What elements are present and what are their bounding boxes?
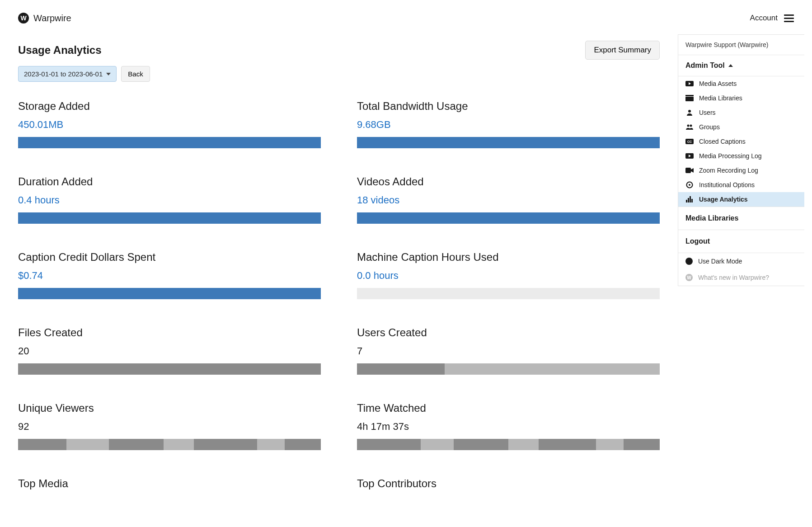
brand-name: Warpwire xyxy=(33,13,71,24)
metric-card: Time Watched4h 17m 37s xyxy=(357,402,660,450)
page-title: Usage Analytics xyxy=(18,44,102,56)
svg-rect-9 xyxy=(685,168,691,173)
metric-title: Videos Added xyxy=(357,175,660,188)
metric-card: Storage Added450.01MB xyxy=(18,100,321,148)
metric-value: 92 xyxy=(18,421,321,433)
people-icon xyxy=(685,124,694,130)
person-icon xyxy=(685,109,694,116)
sidebar-item-label: Usage Analytics xyxy=(699,196,748,203)
metric-value: 4h 17m 37s xyxy=(357,421,660,433)
svg-point-4 xyxy=(687,125,690,127)
metric-title: Caption Credit Dollars Spent xyxy=(18,251,321,264)
metric-bar xyxy=(18,288,321,299)
metric-bar xyxy=(357,288,660,299)
sidebar-item-media-libraries[interactable]: Media Libraries xyxy=(678,91,804,105)
section-heading: Top Contributors xyxy=(357,477,660,490)
main-content: Usage Analytics Export Summary 2023-01-0… xyxy=(0,32,678,517)
svg-rect-1 xyxy=(685,95,694,96)
metric-card: Unique Viewers92 xyxy=(18,402,321,450)
back-button[interactable]: Back xyxy=(121,66,150,82)
account-link[interactable]: Account xyxy=(750,14,778,23)
metric-title: Unique Viewers xyxy=(18,402,321,414)
metric-title: Files Created xyxy=(18,326,321,339)
metric-title: Time Watched xyxy=(357,402,660,414)
metric-card: Total Bandwidth Usage9.68GB xyxy=(357,100,660,148)
chevron-down-icon xyxy=(106,73,111,75)
sidebar-item-institutional-options[interactable]: Institutional Options xyxy=(678,178,804,192)
sidebar-user-line: Warpwire Support (Warpwire) xyxy=(678,35,804,55)
metric-value[interactable]: 0.0 hours xyxy=(357,270,399,282)
dark-mode-icon xyxy=(685,258,693,265)
metric-bar xyxy=(357,212,660,224)
metric-value[interactable]: $0.74 xyxy=(18,270,43,282)
sidebar-item-usage-analytics[interactable]: Usage Analytics xyxy=(678,192,804,207)
svg-rect-14 xyxy=(690,196,691,202)
sidebar-admin-tool-toggle[interactable]: Admin Tool xyxy=(678,55,804,76)
sidebar-item-closed-captions[interactable]: CCClosed Captions xyxy=(678,134,804,149)
metric-card: Files Created20 xyxy=(18,326,321,375)
top-bar: W Warpwire Account xyxy=(0,0,812,32)
metric-bar xyxy=(18,363,321,375)
svg-rect-2 xyxy=(685,97,694,101)
svg-rect-13 xyxy=(688,198,689,202)
stack-icon xyxy=(685,95,694,101)
metric-title: Users Created xyxy=(357,326,660,339)
metric-bar xyxy=(18,212,321,224)
sidebar-item-label: Closed Captions xyxy=(699,138,746,145)
sidebar-item-label: Groups xyxy=(699,123,720,131)
sidebar-item-label: Zoom Recording Log xyxy=(699,167,758,174)
sidebar-item-label: Media Processing Log xyxy=(699,152,762,160)
menu-icon[interactable] xyxy=(784,14,794,22)
sidebar-dark-mode-label: Use Dark Mode xyxy=(698,258,742,265)
metric-value[interactable]: 9.68GB xyxy=(357,119,391,131)
sidebar-item-zoom-recording-log[interactable]: Zoom Recording Log xyxy=(678,163,804,178)
svg-rect-12 xyxy=(686,200,687,202)
metric-title: Machine Caption Hours Used xyxy=(357,251,660,264)
svg-rect-15 xyxy=(691,199,693,202)
chevron-up-icon xyxy=(728,64,733,67)
sidebar-item-media-processing-log[interactable]: Media Processing Log xyxy=(678,149,804,163)
sidebar-item-label: Users xyxy=(699,109,716,116)
svg-text:CC: CC xyxy=(687,140,692,143)
metric-value[interactable]: 0.4 hours xyxy=(18,194,60,206)
sidebar-item-media-assets[interactable]: Media Assets xyxy=(678,76,804,91)
brand[interactable]: W Warpwire xyxy=(18,13,71,24)
date-range-dropdown[interactable]: 2023-01-01 to 2023-06-01 xyxy=(18,66,117,82)
sidebar-item-label: Institutional Options xyxy=(699,181,755,188)
section-heading: Top Media xyxy=(18,477,321,490)
metric-value[interactable]: 18 videos xyxy=(357,194,399,206)
metric-title: Total Bandwidth Usage xyxy=(357,100,660,113)
play-rect-icon xyxy=(685,80,694,87)
sidebar-media-libraries-link[interactable]: Media Libraries xyxy=(678,207,804,230)
metric-title: Storage Added xyxy=(18,100,321,113)
gear-icon xyxy=(685,182,694,188)
metric-value: 7 xyxy=(357,345,660,357)
metric-bar xyxy=(18,137,321,148)
sidebar-whats-new-label: What's new in Warpwire? xyxy=(698,274,769,281)
svg-point-3 xyxy=(688,110,691,113)
sidebar-admin-tool-label: Admin Tool xyxy=(685,61,725,70)
camera-icon xyxy=(685,167,694,174)
export-summary-button[interactable]: Export Summary xyxy=(585,41,660,60)
date-range-label: 2023-01-01 to 2023-06-01 xyxy=(24,70,103,78)
brand-logo-icon: W xyxy=(18,13,29,24)
metric-card: Users Created7 xyxy=(357,326,660,375)
metric-card: Machine Caption Hours Used0.0 hours xyxy=(357,251,660,299)
logo-small-icon: W xyxy=(685,274,693,281)
sidebar-dark-mode-toggle[interactable]: Use Dark Mode xyxy=(678,253,804,269)
metric-bar xyxy=(357,137,660,148)
svg-point-11 xyxy=(689,184,690,186)
cc-icon: CC xyxy=(685,138,694,145)
sidebar-item-users[interactable]: Users xyxy=(678,105,804,120)
metric-card: Caption Credit Dollars Spent$0.74 xyxy=(18,251,321,299)
sidebar-item-groups[interactable]: Groups xyxy=(678,120,804,134)
metric-value[interactable]: 450.01MB xyxy=(18,119,63,131)
svg-point-5 xyxy=(690,125,692,127)
metric-value: 20 xyxy=(18,345,321,357)
metric-bar xyxy=(357,439,660,450)
sidebar-whats-new-link[interactable]: W What's new in Warpwire? xyxy=(678,269,804,286)
account-area: Account xyxy=(750,14,794,23)
sidebar-logout-link[interactable]: Logout xyxy=(678,230,804,253)
sidebar: Warpwire Support (Warpwire) Admin Tool M… xyxy=(678,34,804,286)
metric-bar xyxy=(357,363,660,375)
